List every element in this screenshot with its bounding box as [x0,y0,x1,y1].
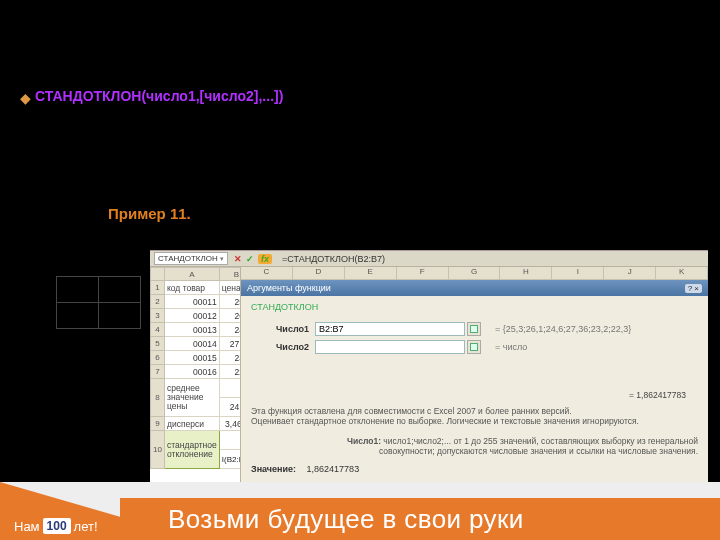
dialog-desc-line2: Оценивает стандартное отклонение по выбо… [251,416,698,426]
dialog-arg-hint: Число1: число1;число2;... от 1 до 255 зн… [251,436,698,456]
function-syntax: СТАНДОТКЛОН(число1,[число2],...]) [35,88,283,104]
dialog-function-name: СТАНДОТКЛОН [251,302,698,312]
dialog-value-row: Значение: 1,862417783 [251,464,698,474]
arg2-label: Число2 [251,342,309,352]
col-A-header[interactable]: A [165,268,220,281]
dialog-title: Аргументы функции [247,283,331,293]
formula-input[interactable]: =СТАНДОТКЛОН(B2:B7) [282,254,385,264]
arg1-eval: = {25,3;26,1;24,6;27,36;23,2;22,3} [495,324,631,334]
arg1-input[interactable] [315,322,465,336]
dialog-preview-result: = 1,862417783 [251,390,698,400]
badge-100: 100 [43,518,71,534]
decorative-mini-table [56,276,141,329]
arg1-label: Число1 [251,324,309,334]
bullet-diamond-icon: ◆ [20,90,31,106]
excel-screenshot: СТАНДОТКЛОН ▾ ✕ ✓ fx =СТАНДОТКЛОН(B2:B7)… [150,250,708,482]
dialog-titlebar: Аргументы функции ? × [241,280,708,296]
formula-bar: СТАНДОТКЛОН ▾ ✕ ✓ fx =СТАНДОТКЛОН(B2:B7) [150,251,708,267]
anniversary-badge: Нам 100 лет! [14,518,98,534]
fx-icon[interactable]: fx [258,254,272,264]
function-heading: ◆ СТАНДОТКЛОН(число1,[число2],...]) [20,88,283,106]
arg2-eval: = число [495,342,527,352]
cancel-formula-icon[interactable]: ✕ [234,254,242,264]
footer-banner: Нам 100 лет! Возьми будущее в свои руки [0,482,720,540]
select-all-corner[interactable] [151,268,165,281]
chevron-down-icon[interactable]: ▾ [220,255,224,263]
footer-slogan: Возьми будущее в свои руки [168,504,524,535]
function-arguments-dialog: C D E F G H I J K Аргументы функции ? × … [240,267,708,482]
dialog-help-close-icon[interactable]: ? × [685,284,702,293]
arg2-input[interactable] [315,340,465,354]
arg2-row: Число2 = число [251,340,698,354]
dialog-background-col-headers: C D E F G H I J K [241,267,708,280]
range-picker-icon[interactable] [467,340,481,354]
example-label: Пример 11. [108,205,191,222]
arg1-row: Число1 = {25,3;26,1;24,6;27,36;23,2;22,3… [251,322,698,336]
accept-formula-icon[interactable]: ✓ [246,254,254,264]
range-picker-icon[interactable] [467,322,481,336]
dialog-desc-line1: Эта функция оставлена для совместимости … [251,406,698,416]
name-box[interactable]: СТАНДОТКЛОН ▾ [154,252,228,265]
